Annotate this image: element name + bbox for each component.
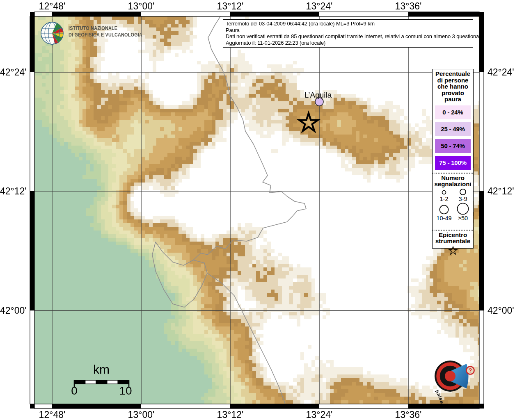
terrain-basemap	[34, 16, 479, 404]
ingv-text-line1: ISTITUTO NAZIONALE	[69, 25, 142, 32]
legend-percent-title: che hanno	[433, 83, 473, 90]
axis-label-top: 13°12'	[217, 1, 244, 12]
axis-label-top: 13°24'	[306, 1, 333, 12]
signal-size-circle	[457, 203, 468, 214]
scalebar-min-label: 0	[71, 384, 78, 397]
axis-label-left: 42°12'	[0, 186, 26, 197]
legend-class-swatch: 0 - 24%	[435, 105, 471, 119]
legend-signals-title: Numero	[433, 175, 473, 181]
scalebar-unit-label: km	[93, 363, 110, 377]
legend-epicenter-title: Epicentro	[433, 232, 473, 238]
signal-size-circle	[442, 190, 446, 194]
epicenter-star-icon	[449, 247, 457, 254]
axis-label-bottom: 13°36'	[395, 409, 422, 420]
ingv-text-line2: DI GEOFISICA E VULCANOLOGIA	[69, 32, 142, 38]
legend-signal-sizes: 1-23-910-49≥50	[433, 187, 473, 225]
legend-signals-title: segnalazioni	[433, 181, 473, 187]
signal-size-circle	[439, 205, 448, 214]
legend-epicenter-title: strumentale	[433, 238, 473, 244]
frame-corner	[479, 12, 484, 16]
signal-size-label: 3-9	[458, 196, 467, 202]
macroseismic-map-page: Terremoto del 03-04-2009 06:44:42 (ora l…	[0, 0, 515, 420]
ingv-logo: ISTITUTO NAZIONALE DI GEOFISICA E VULCAN…	[39, 19, 161, 48]
signal-size-label: 10-49	[436, 215, 451, 221]
question-mark: ?	[469, 367, 472, 374]
axis-label-bottom: 13°00'	[128, 409, 155, 420]
axis-label-right: 42°24'	[488, 67, 514, 78]
ingv-globe-icon	[39, 19, 66, 48]
ingv-logo-text: ISTITUTO NAZIONALE DI GEOFISICA E VULCAN…	[69, 25, 142, 38]
axis-label-right: 42°12'	[488, 186, 514, 197]
info-line-effect: Paura	[226, 27, 470, 34]
legend-box: Percentualedi personeche hannoprovatopau…	[432, 69, 474, 249]
axis-label-left: 42°24'	[0, 67, 26, 78]
logo-circular-text: haisentitoilterremoto.itwww.	[423, 389, 445, 404]
haisentito-logo: ? haisentitoilterremoto.itwww.	[423, 349, 478, 404]
signal-size-label: ≥50	[458, 215, 467, 221]
info-line-updated: Aggiornato il: 11-01-2026 22:23 (ora loc…	[226, 40, 470, 46]
axis-label-left: 42°00'	[0, 305, 26, 316]
legend-epicenter-star	[447, 246, 459, 256]
legend-divider	[433, 230, 473, 231]
frame-corner	[30, 404, 34, 409]
earthquake-info-box: Terremoto del 03-04-2009 06:44:42 (ora l…	[223, 19, 473, 48]
legend-percent-title: di persone	[433, 77, 473, 84]
info-line-source: Dati non verificati estratti da 85 quest…	[226, 33, 470, 40]
axis-label-bottom: 13°12'	[217, 409, 244, 420]
axis-label-right: 42°00'	[488, 305, 514, 316]
place-label-laquila: L’Aquila	[304, 91, 332, 100]
legend-class-swatch: 75 - 100%	[435, 156, 471, 170]
legend-percent-title: provato	[433, 90, 473, 96]
scalebar-max-label: 10	[119, 384, 132, 397]
legend-percent-title: Percentuale	[433, 71, 473, 77]
info-line-event: Terremoto del 03-04-2009 06:44:42 (ora l…	[226, 21, 470, 27]
legend-class-swatch: 50 - 74%	[435, 139, 471, 153]
axis-label-top: 13°00'	[128, 1, 155, 12]
legend-percent-title: paura	[433, 96, 473, 103]
axis-label-top: 13°36'	[395, 1, 422, 12]
signal-size-label: 1-2	[439, 196, 448, 202]
axis-label-bottom: 12°48'	[39, 409, 66, 420]
legend-divider	[433, 173, 473, 173]
legend-class-swatch: 25 - 49%	[435, 122, 471, 136]
axis-label-bottom: 13°24'	[306, 409, 333, 420]
frame-corner	[30, 12, 34, 16]
frame-corner	[479, 404, 484, 409]
axis-label-top: 12°48'	[39, 1, 66, 12]
signal-size-circle	[460, 189, 466, 195]
